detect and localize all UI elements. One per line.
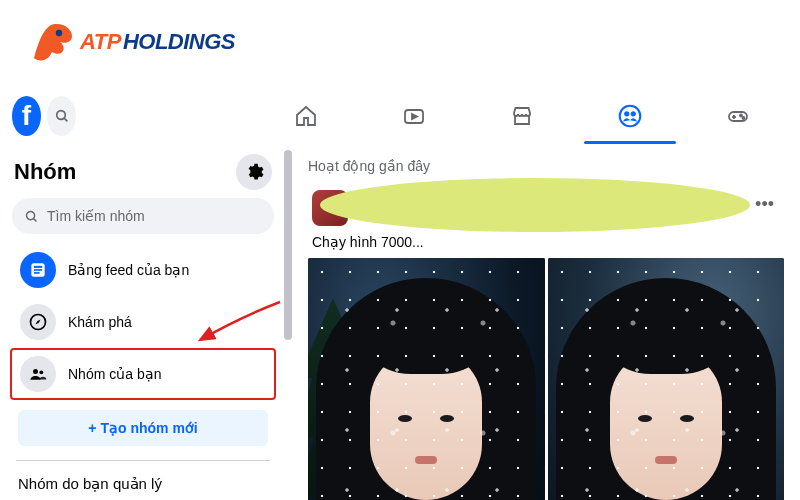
compass-icon [20,304,56,340]
watermark-ribbon-icon [28,18,76,66]
search-icon [54,108,70,124]
feed-icon [20,252,56,288]
post-body-text: Chạy hình 7000... [308,232,784,258]
sidebar-item-label: Nhóm của bạn [68,366,161,382]
svg-point-5 [624,111,629,116]
post-header: N hidden text covered by censor blob pla… [308,184,784,232]
sidebar-item-label: Bảng feed của bạn [68,262,189,278]
watermark-holdings-text: HOLDINGS [123,29,235,55]
svg-line-13 [34,218,37,221]
dots-icon: ••• [755,194,774,214]
sidebar-settings-button[interactable] [236,154,272,190]
watermark-atp-text: ATP [80,29,121,55]
sidebar-item-discover[interactable]: Khám phá [10,296,276,348]
recent-activity-label: Hoạt động gần đây [308,158,784,174]
svg-point-20 [39,370,43,374]
sidebar-item-feed[interactable]: Bảng feed của bạn [10,244,276,296]
svg-rect-16 [34,269,42,271]
groups-sidebar: Nhóm Tìm kiếm nhóm Bảng feed của bạn Khá… [0,144,290,500]
sidebar-item-label: Khám phá [68,314,132,330]
svg-point-1 [56,111,65,120]
marketplace-icon [510,104,534,128]
global-search-button[interactable] [47,96,76,136]
sidebar-search-input[interactable]: Tìm kiếm nhóm [12,198,274,234]
svg-point-19 [33,369,38,374]
nav-groups[interactable] [580,90,680,142]
nav-home[interactable] [256,90,356,142]
svg-point-11 [743,117,745,119]
top-nav-tabs [256,90,788,142]
create-group-label: Tạo nhóm mới [100,420,197,436]
plus-icon: + [88,420,96,436]
post-image-2[interactable] [548,258,785,500]
home-icon [294,104,318,128]
svg-rect-17 [34,272,40,274]
svg-rect-15 [34,266,42,268]
svg-point-4 [620,106,641,127]
facebook-logo[interactable]: f [12,96,41,136]
nav-marketplace[interactable] [472,90,572,142]
svg-point-0 [56,30,62,36]
post-image-grid [308,258,784,500]
censor-blob [320,178,750,232]
managed-groups-label: Nhóm do bạn quản lý [4,471,282,497]
search-placeholder: Tìm kiếm nhóm [47,208,145,224]
search-icon [24,209,39,224]
video-icon [402,104,426,128]
atp-holdings-watermark: ATP HOLDINGS [28,18,235,66]
sidebar-item-your-groups[interactable]: Nhóm của bạn [10,348,276,400]
sidebar-divider [16,460,270,461]
main-layout: Nhóm Tìm kiếm nhóm Bảng feed của bạn Khá… [0,144,800,500]
nav-video[interactable] [364,90,464,142]
svg-point-10 [740,115,742,117]
gear-icon [244,162,264,182]
svg-point-12 [27,211,35,219]
svg-point-6 [631,111,636,116]
gaming-icon [726,104,750,128]
nav-gaming[interactable] [688,90,788,142]
post-image-1[interactable] [308,258,545,500]
svg-line-2 [64,118,67,121]
main-content: Hoạt động gần đây N hidden text covered … [290,144,800,500]
groups-icon [20,356,56,392]
sidebar-scrollbar[interactable] [284,150,292,340]
create-group-button[interactable]: + Tạo nhóm mới [18,410,268,446]
groups-icon [617,103,643,129]
post-card: N hidden text covered by censor blob pla… [308,184,784,500]
top-nav-bar: f [0,88,800,144]
post-menu-button[interactable]: ••• [745,190,784,219]
sidebar-title: Nhóm [14,159,76,185]
